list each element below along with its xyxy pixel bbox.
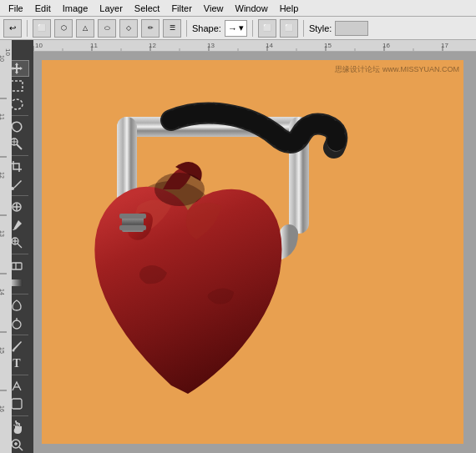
svg-text:17: 17 <box>441 42 448 49</box>
ruler-vertical: 10 10 11 12 13 14 15 16 <box>0 40 12 453</box>
separator-1 <box>27 20 28 37</box>
watermark: 思缘设计论坛 www.MISSYUAN.COM <box>335 64 459 75</box>
shape-dropdown[interactable]: → ▾ <box>225 20 247 37</box>
svg-line-2 <box>17 144 22 149</box>
menu-bar: File Edit Image Layer Select Filter View… <box>0 0 476 17</box>
svg-point-1 <box>11 99 23 109</box>
svg-point-75 <box>154 173 205 206</box>
menu-filter[interactable]: Filter <box>166 3 196 14</box>
svg-text:11: 11 <box>0 113 5 120</box>
shape-btn-6[interactable]: ✏ <box>141 19 160 38</box>
svg-text:14: 14 <box>0 289 5 295</box>
svg-text:13: 13 <box>207 42 215 49</box>
options-extra-1[interactable]: ⬜ <box>258 19 276 38</box>
svg-text:16: 16 <box>382 42 390 49</box>
svg-rect-48 <box>0 40 12 453</box>
shape-btn-1[interactable]: ⬜ <box>33 19 51 38</box>
svg-text:10: 10 <box>4 48 12 56</box>
svg-rect-19 <box>12 399 22 409</box>
svg-rect-0 <box>11 81 23 91</box>
svg-text:10: 10 <box>0 55 5 62</box>
svg-text:16: 16 <box>0 405 5 412</box>
options-bar: ↩ ⬜ ⬡ △ ⬭ ◇ ✏ ☰ Shape: → ▾ ⬜ ⬜ Style: <box>0 17 476 40</box>
shape-btn-4[interactable]: ⬭ <box>98 19 116 38</box>
separator-4 <box>303 20 304 37</box>
chevron-down-icon: ▾ <box>239 23 244 33</box>
shape-btn-3[interactable]: △ <box>76 19 94 38</box>
menu-image[interactable]: Image <box>58 3 94 14</box>
svg-text:12: 12 <box>149 42 156 49</box>
style-swatch[interactable] <box>335 21 368 36</box>
menu-help[interactable]: Help <box>275 3 304 14</box>
svg-text:10: 10 <box>35 42 43 49</box>
svg-text:12: 12 <box>0 172 5 179</box>
separator-2 <box>186 20 187 37</box>
menu-window[interactable]: Window <box>230 3 273 14</box>
svg-rect-24 <box>33 40 476 51</box>
menu-edit[interactable]: Edit <box>30 3 56 14</box>
svg-text:14: 14 <box>266 42 273 49</box>
options-history[interactable]: ↩ <box>3 19 22 38</box>
canvas[interactable]: 思缘设计论坛 www.MISSYUAN.COM <box>42 60 463 444</box>
canvas-area: 思缘设计论坛 www.MISSYUAN.COM <box>33 52 476 453</box>
ruler-horizontal: // This will be rendered via inline cont… <box>33 40 476 52</box>
svg-rect-13 <box>12 263 22 269</box>
svg-text:15: 15 <box>0 347 5 354</box>
menu-select[interactable]: Select <box>129 3 165 14</box>
shape-btn-2[interactable]: ⬡ <box>54 19 73 38</box>
shape-label: Shape: <box>192 23 221 33</box>
style-label: Style: <box>309 23 332 33</box>
svg-text:15: 15 <box>324 42 332 49</box>
svg-text:11: 11 <box>90 42 98 49</box>
svg-text:13: 13 <box>0 230 5 237</box>
shape-btn-5[interactable]: ◇ <box>119 19 138 38</box>
svg-line-21 <box>19 447 23 450</box>
separator-3 <box>252 20 253 37</box>
artwork-svg <box>42 60 463 444</box>
shape-arrow: → <box>228 23 237 33</box>
svg-rect-73 <box>119 214 146 219</box>
svg-point-16 <box>13 320 21 329</box>
menu-view[interactable]: View <box>199 3 229 14</box>
options-extra-2[interactable]: ⬜ <box>280 19 298 38</box>
svg-rect-15 <box>11 279 23 286</box>
menu-file[interactable]: File <box>3 3 28 14</box>
svg-rect-74 <box>119 225 146 230</box>
shape-btn-7[interactable]: ☰ <box>163 19 181 38</box>
svg-point-18 <box>13 349 15 351</box>
menu-layer[interactable]: Layer <box>94 3 128 14</box>
